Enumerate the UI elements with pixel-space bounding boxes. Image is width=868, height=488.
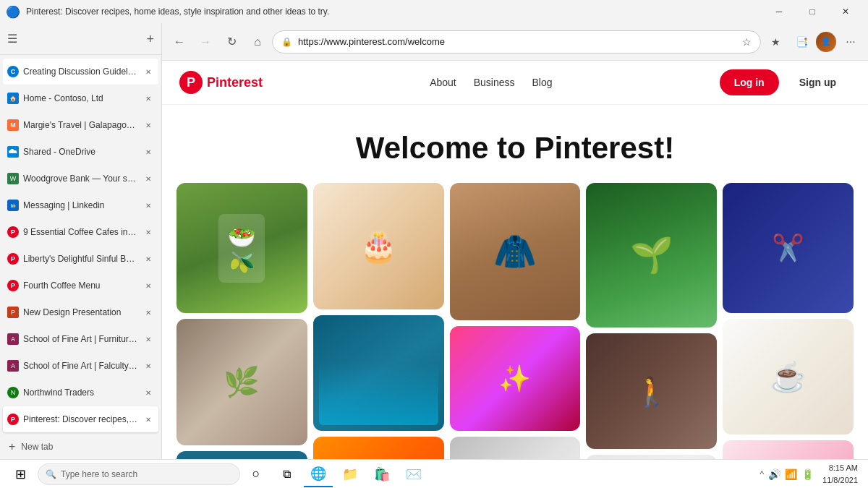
store-button[interactable]: 🛍️ — [367, 461, 396, 487]
tab-favicon-6: in — [7, 200, 19, 211]
pinterest-logo-icon: P — [179, 71, 203, 94]
pin-card-crafts[interactable]: 🧺 — [723, 440, 854, 459]
star-icon[interactable]: ☆ — [742, 36, 752, 48]
pin-card-person[interactable]: 🧥 — [450, 183, 581, 320]
taskbar-search-bar[interactable]: 🔍 Type here to search — [38, 463, 240, 485]
business-link[interactable]: Business — [474, 77, 515, 88]
maximize-button[interactable]: □ — [796, 0, 829, 23]
tab-school-fine-art-2[interactable]: A School of Fine Art | Falculty Sho... ✕ — [3, 353, 158, 379]
mail-button[interactable]: ✉️ — [399, 461, 428, 487]
pin-card-greenhouse[interactable]: 🌱 — [586, 183, 717, 328]
tab-close-11[interactable]: ✕ — [142, 333, 154, 345]
cortana-button[interactable]: ○ — [243, 461, 269, 487]
taskbar-clock[interactable]: 8:15 AM 11/8/2021 — [818, 462, 862, 486]
tab-northwind-traders[interactable]: N Northwind Traders ✕ — [3, 380, 158, 406]
task-view-button[interactable]: ⧉ — [272, 461, 301, 487]
system-tray: ^ 🔊 📶 🔋 8:15 AM 11/8/2021 — [760, 462, 862, 486]
explorer-button[interactable]: 📁 — [336, 461, 365, 487]
collections-button[interactable]: 📑 — [790, 30, 813, 53]
tab-onedrive[interactable]: Shared - OneDrive ✕ — [3, 139, 158, 165]
tab-libertys-bakery[interactable]: P Liberty's Delightful Sinful Baker... ✕ — [3, 246, 158, 272]
tab-close-10[interactable]: ✕ — [142, 307, 154, 318]
favorites-button[interactable]: ★ — [764, 30, 787, 53]
sidebar-toggle-icon[interactable]: ☰ — [7, 32, 17, 46]
tab-linkedin[interactable]: in Messaging | Linkedin ✕ — [3, 192, 158, 218]
start-button[interactable]: ⊞ — [6, 461, 35, 487]
clock-time: 8:15 AM — [822, 462, 858, 474]
tab-close-4[interactable]: ✕ — [142, 146, 154, 158]
tab-margies-travel[interactable]: M Margie's Travel | Galapagos Isla... ✕ — [3, 112, 158, 138]
forward-button[interactable]: → — [194, 30, 217, 53]
pin-card-interior[interactable]: 🌿 — [176, 319, 307, 445]
pin-card-ocean[interactable]: 🌊 — [176, 451, 307, 459]
pin-card-ocean2[interactable] — [313, 315, 444, 431]
chevron-icon[interactable]: ^ — [760, 469, 764, 479]
pin-column-2: 🎂 🍊 — [313, 183, 444, 459]
tab-close-13[interactable]: ✕ — [142, 387, 154, 398]
signup-button[interactable]: Sign up — [785, 69, 851, 95]
address-bar[interactable]: 🔒 https://www.pinterest.com/welcome ☆ — [272, 30, 761, 53]
home-button[interactable]: ⌂ — [246, 30, 269, 53]
tab-favicon-9: P — [7, 280, 19, 291]
new-tab-button[interactable]: + New tab — [0, 435, 161, 459]
pin-card-food[interactable]: 🥗 🫒 — [176, 183, 307, 313]
tab-close-12[interactable]: ✕ — [142, 360, 154, 372]
close-button[interactable]: ✕ — [829, 0, 862, 23]
tab-close-9[interactable]: ✕ — [142, 280, 154, 291]
tab-favicon-4 — [7, 146, 19, 158]
settings-button[interactable]: ··· — [839, 30, 862, 53]
tab-label-5: Woodgrove Bank — Your sessio... — [23, 174, 138, 184]
tab-close-5[interactable]: ✕ — [142, 173, 154, 184]
tab-favicon-8: P — [7, 253, 19, 265]
tab-label-10: New Design Presentation — [23, 307, 138, 317]
tab-home-contoso[interactable]: 🏠 Home - Contoso, Ltd ✕ — [3, 85, 158, 111]
pin-column-5: ✂️ ☕ 🧺 — [723, 183, 854, 459]
tab-coffee-menu[interactable]: P Fourth Coffee Menu ✕ — [3, 273, 158, 299]
network-icon[interactable]: 📶 — [785, 468, 797, 480]
tab-coffee-cafes[interactable]: P 9 Essential Coffee Cafes in Dow... ✕ — [3, 219, 158, 245]
tab-close-3[interactable]: ✕ — [142, 119, 154, 131]
pinterest-nav: About Business Blog — [430, 77, 552, 88]
tab-favicon-10: P — [7, 307, 19, 318]
tab-creating-discussion[interactable]: C Creating Discussion Guidelines ✕ — [3, 59, 158, 85]
login-button[interactable]: Log in — [720, 69, 779, 95]
pin-card-lights[interactable]: ✨ — [450, 326, 581, 431]
browser-main: ← → ↻ ⌂ 🔒 https://www.pinterest.com/welc… — [162, 23, 868, 459]
refresh-button[interactable]: ↻ — [220, 30, 243, 53]
tab-close-8[interactable]: ✕ — [142, 253, 154, 265]
minimize-button[interactable]: ─ — [762, 0, 796, 23]
about-link[interactable]: About — [430, 77, 456, 88]
tab-strip: ☰ + C Creating Discussion Guidelines ✕ 🏠… — [0, 23, 162, 459]
pin-auth: Log in Sign up — [720, 69, 851, 95]
profile-avatar[interactable]: 👤 — [816, 32, 836, 52]
pin-card-bedroom[interactable]: 🖼️ — [450, 437, 581, 459]
tab-woodgrove-bank[interactable]: W Woodgrove Bank — Your sessio... ✕ — [3, 166, 158, 192]
back-button[interactable]: ← — [168, 30, 191, 53]
taskbar: ⊞ 🔍 Type here to search ○ ⧉ 🌐 📁 🛍️ ✉️ ^ … — [0, 459, 868, 488]
tab-close-2[interactable]: ✕ — [142, 93, 154, 104]
tab-favicon-12: A — [7, 360, 19, 372]
edge-taskbar-button[interactable]: 🌐 — [304, 461, 333, 487]
nav-bar: ← → ↻ ⌂ 🔒 https://www.pinterest.com/welc… — [162, 23, 868, 61]
battery-icon[interactable]: 🔋 — [801, 468, 814, 480]
pin-card-fruits[interactable]: 🍊 — [313, 437, 444, 459]
new-tab-icon[interactable]: + — [146, 33, 154, 46]
pin-card-coffee-cup[interactable]: ☕ — [723, 319, 854, 435]
pinterest-page: P Pinterest About Business Blog Log in S… — [162, 61, 868, 459]
tab-close-14[interactable]: ✕ — [142, 414, 154, 425]
pinterest-logo-text: Pinterest — [207, 75, 263, 90]
volume-icon[interactable]: 🔊 — [768, 468, 780, 480]
tab-pinterest-active[interactable]: P Pinterest: Discover recipes, hom... ✕ — [3, 406, 158, 432]
tab-label-7: 9 Essential Coffee Cafes in Dow... — [23, 227, 138, 237]
pinterest-logo[interactable]: P Pinterest — [179, 71, 263, 94]
address-text: https://www.pinterest.com/welcome — [298, 36, 736, 47]
pin-card-sticks[interactable]: ✂️ — [723, 183, 854, 313]
tab-school-fine-art-1[interactable]: A School of Fine Art | Furniture D... ✕ — [3, 326, 158, 352]
tab-close-1[interactable]: ✕ — [142, 66, 154, 77]
tab-design-presentation[interactable]: P New Design Presentation ✕ — [3, 299, 158, 325]
blog-link[interactable]: Blog — [532, 77, 553, 88]
tab-close-6[interactable]: ✕ — [142, 200, 154, 211]
tab-close-7[interactable]: ✕ — [142, 226, 154, 238]
pin-card-walking[interactable]: 🚶 — [586, 333, 717, 449]
pin-card-cake[interactable]: 🎂 — [313, 183, 444, 309]
